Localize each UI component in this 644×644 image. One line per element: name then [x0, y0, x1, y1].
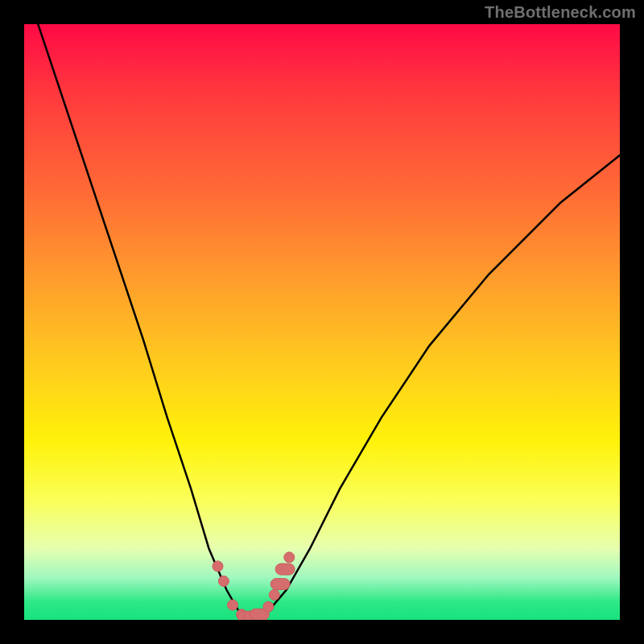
curve-marker: [275, 564, 295, 575]
chart-frame: TheBottleneck.com: [0, 0, 644, 644]
curve-marker: [213, 561, 223, 572]
plot-area: [24, 24, 620, 620]
watermark-text: TheBottleneck.com: [485, 3, 636, 22]
highlighted-points: [213, 552, 295, 620]
curve-svg: [24, 24, 620, 620]
curve-marker: [263, 601, 274, 612]
bottleneck-curve: [24, 24, 620, 617]
curve-marker: [270, 579, 290, 590]
curve-marker: [218, 576, 229, 586]
curve-marker: [269, 589, 279, 600]
curve-marker: [284, 552, 295, 563]
bottleneck-curve-line: [24, 24, 620, 617]
curve-marker: [228, 600, 238, 610]
